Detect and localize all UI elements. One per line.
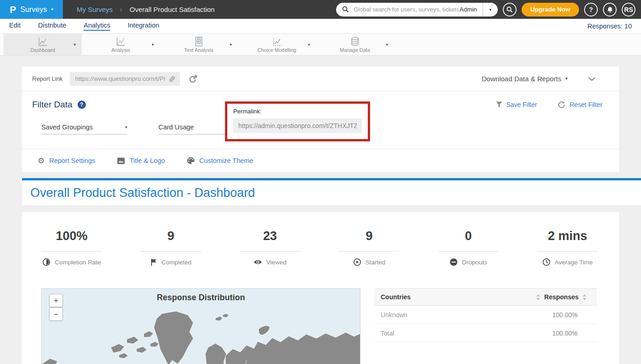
breadcrumb-my-surveys[interactable]: My Surveys: [77, 6, 112, 13]
tab-label: Choice Modelling: [258, 47, 296, 53]
stat-completed: 9 Completed: [121, 227, 220, 267]
save-filter-label: Save Filter: [506, 101, 537, 108]
notifications-button[interactable]: [603, 3, 617, 17]
line-chart-icon: [37, 37, 48, 47]
sort-countries-icon[interactable]: [536, 294, 540, 300]
report-link-input[interactable]: [74, 75, 166, 83]
responses-column-header[interactable]: Responses: [544, 293, 579, 301]
stat-divider: [537, 251, 598, 252]
gear-icon: ⚙: [38, 157, 45, 165]
nav-item-integration[interactable]: Integration: [128, 22, 159, 31]
nav-item-analytics[interactable]: Analytics: [84, 22, 110, 31]
country-responses: 100.00%: [552, 311, 578, 319]
stat-divider: [438, 251, 499, 252]
advanced-search-button[interactable]: [503, 3, 517, 17]
secure-link-button[interactable]: [188, 75, 197, 83]
funnel-icon: [496, 101, 502, 108]
report-settings-link[interactable]: ⚙ Report Settings: [38, 157, 95, 165]
stat-label: Average Time: [555, 259, 593, 266]
countries-column-header[interactable]: Countries: [381, 293, 410, 301]
filter-help-icon[interactable]: ?: [78, 101, 86, 109]
nav-item-distribute[interactable]: Distribute: [38, 22, 66, 31]
stat-value: 9: [167, 227, 174, 245]
help-button[interactable]: ?: [584, 3, 598, 17]
minus-circle-icon: [450, 258, 458, 266]
saved-groupings-dropdown[interactable]: Saved Groupings ▾: [41, 123, 127, 134]
tab-choice-modelling[interactable]: Choice Modelling ▾: [238, 34, 316, 55]
upgrade-now-button[interactable]: Upgrade Now: [522, 3, 579, 17]
report-link-field: [70, 72, 180, 86]
dashboard-card: 100% Completion Rate 9: [22, 212, 619, 364]
permalink-label: Permalink:: [233, 108, 362, 115]
tab-caret-icon[interactable]: ▾: [230, 42, 232, 47]
page-title: Overall Product Satisfaction - Dashboard: [30, 186, 255, 200]
tab-manage-data[interactable]: Manage Data ▾: [316, 34, 394, 55]
summary-stats-row: 100% Completion Rate 9: [22, 212, 619, 267]
tab-caret-icon[interactable]: ▾: [308, 42, 310, 47]
tab-caret-icon[interactable]: ▾: [73, 42, 76, 47]
chevron-down-icon: [588, 77, 596, 81]
user-avatar[interactable]: RS: [622, 3, 635, 17]
link-icon[interactable]: [169, 75, 176, 83]
download-data-reports-dropdown[interactable]: Download Data & Reports ▾: [482, 75, 568, 83]
country-responses: 100.00%: [552, 330, 578, 337]
tab-dashboard[interactable]: Dashboard ▾: [4, 34, 82, 55]
report-link-label: Report Link: [32, 75, 62, 82]
search-scope-dropdown[interactable]: ▾: [483, 7, 498, 12]
play-circle-icon: [353, 258, 361, 266]
save-filter-button[interactable]: Save Filter: [496, 101, 537, 108]
title-logo-link[interactable]: Title & Logo: [117, 157, 165, 164]
map-zoom-out-button[interactable]: −: [49, 308, 63, 321]
report-link-row: Report Link: [22, 67, 619, 91]
search-scope-label[interactable]: Admin: [460, 6, 483, 13]
nav-item-edit[interactable]: Edit: [9, 22, 21, 31]
tab-text-analysis[interactable]: Text Analysis ▾: [160, 34, 238, 55]
database-icon: [350, 37, 360, 47]
tab-label: Analysis: [112, 47, 130, 53]
tab-caret-icon[interactable]: ▾: [152, 42, 154, 47]
survey-nav: Edit Distribute Analytics Integration Re…: [0, 19, 641, 34]
stat-value: 23: [263, 227, 277, 245]
stat-value: 9: [365, 227, 372, 245]
report-settings-label: Report Settings: [49, 157, 95, 164]
distribution-row: Response Distribution + −: [22, 288, 619, 364]
stat-value: 0: [465, 227, 472, 245]
top-navbar: P Surveys ▾ My Surveys › Overall Product…: [0, 0, 641, 19]
download-data-reports-label: Download Data & Reports: [482, 75, 561, 83]
tab-caret-icon[interactable]: ▾: [386, 42, 388, 47]
map-zoom-in-button[interactable]: +: [49, 294, 63, 307]
search-icon: [506, 6, 513, 13]
flag-icon: [150, 258, 157, 266]
permalink-input[interactable]: [233, 118, 362, 133]
filter-data-section: Filter Data ? Save Filter Res: [22, 91, 619, 149]
reset-filter-button[interactable]: Reset Filter: [558, 101, 602, 108]
dashboard-title-band: Overall Product Satisfaction - Dashboard: [22, 180, 641, 205]
world-map[interactable]: [42, 305, 360, 364]
global-search-input[interactable]: [353, 6, 460, 13]
stat-divider: [41, 251, 102, 252]
breadcrumb-separator-icon: ›: [120, 6, 122, 13]
countries-table-header: Countries Responses: [374, 288, 597, 306]
stat-divider: [141, 251, 201, 252]
tab-label: Manage Data: [340, 47, 370, 53]
country-name: Unknown: [381, 311, 407, 319]
app-logo[interactable]: P Surveys ▾: [0, 0, 63, 19]
saved-groupings-label: Saved Groupings: [41, 123, 93, 131]
countries-table: Countries Responses Unknown 100.00% Tota…: [374, 288, 597, 364]
table-row: Total 100.00%: [374, 324, 597, 342]
collapse-panel-button[interactable]: [588, 77, 596, 81]
analysis-chart-icon: [115, 37, 126, 47]
country-name: Total: [381, 330, 394, 337]
tab-analysis[interactable]: Analysis ▾: [82, 34, 160, 55]
map-zoom-controls: + −: [49, 294, 63, 321]
response-distribution-map[interactable]: Response Distribution + −: [41, 288, 360, 364]
sort-responses-icon[interactable]: [583, 294, 586, 300]
customize-theme-link[interactable]: Customize Theme: [187, 157, 253, 164]
tab-label: Dashboard: [30, 47, 55, 53]
title-logo-label: Title & Logo: [129, 157, 165, 164]
stat-label: Completed: [162, 259, 191, 266]
scatter-chart-icon: [271, 37, 282, 47]
tab-label: Text Analysis: [184, 47, 214, 53]
report-settings-card: Report Link: [22, 67, 619, 172]
table-row: Unknown 100.00%: [374, 306, 597, 324]
